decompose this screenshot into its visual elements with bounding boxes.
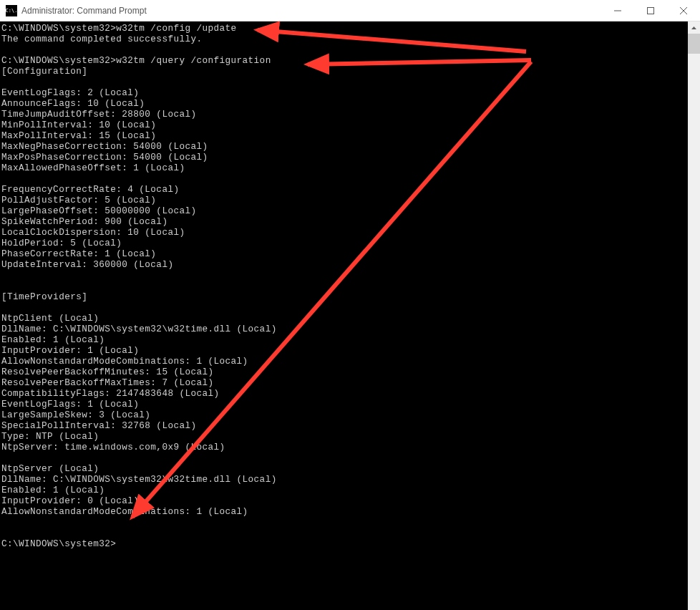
output-line: MaxPollInterval: 15 (Local) bbox=[1, 130, 156, 141]
output-line: MinPollInterval: 10 (Local) bbox=[1, 120, 156, 130]
output-line: MaxPosPhaseCorrection: 54000 (Local) bbox=[1, 152, 208, 163]
output-line: DllName: C:\WINDOWS\system32\w32time.dll… bbox=[1, 474, 277, 485]
output-line: EventLogFlags: 1 (Local) bbox=[1, 399, 139, 410]
window-controls bbox=[601, 0, 700, 21]
svg-rect-1 bbox=[648, 8, 654, 14]
output-line: AnnounceFlags: 10 (Local) bbox=[1, 98, 145, 109]
maximize-button[interactable] bbox=[634, 0, 667, 21]
output-line: MaxNegPhaseCorrection: 54000 (Local) bbox=[1, 141, 208, 152]
svg-marker-4 bbox=[691, 26, 696, 29]
prompt: C:\WINDOWS\system32> bbox=[1, 55, 116, 66]
output-line: Type: NTP (Local) bbox=[1, 431, 99, 442]
minimize-button[interactable] bbox=[601, 0, 634, 21]
prompt: C:\WINDOWS\system32> bbox=[1, 23, 116, 34]
output-line: AllowNonstandardModeCombinations: 1 (Loc… bbox=[1, 356, 248, 367]
close-button[interactable] bbox=[667, 0, 700, 21]
output-line: LargeSampleSkew: 3 (Local) bbox=[1, 410, 150, 420]
output-line: CompatibilityFlags: 2147483648 (Local) bbox=[1, 388, 220, 399]
output-line: LocalClockDispersion: 10 (Local) bbox=[1, 227, 185, 238]
output-line: NtpServer: time.windows.com,0x9 (Local) bbox=[1, 442, 225, 452]
output-line: DllName: C:\WINDOWS\system32\w32time.dll… bbox=[1, 324, 277, 334]
output-line: PollAdjustFactor: 5 (Local) bbox=[1, 195, 156, 205]
output-line: InputProvider: 0 (Local) bbox=[1, 495, 139, 506]
output-line: ResolvePeerBackoffMaxTimes: 7 (Local) bbox=[1, 377, 214, 388]
output-line: HoldPeriod: 5 (Local) bbox=[1, 238, 122, 248]
output-line: NtpServer (Local) bbox=[1, 463, 99, 474]
command-text: w32tm /config /update bbox=[116, 23, 236, 34]
scroll-up-arrow-icon[interactable] bbox=[688, 21, 700, 34]
output-line: MaxAllowedPhaseOffset: 1 (Local) bbox=[1, 163, 185, 173]
section-header: [TimeProviders] bbox=[1, 291, 87, 302]
cmd-icon: C:\. bbox=[6, 5, 17, 16]
output-line: UpdateInterval: 360000 (Local) bbox=[1, 259, 173, 270]
titlebar[interactable]: C:\. Administrator: Command Prompt bbox=[0, 0, 700, 21]
terminal-output[interactable]: C:\WINDOWS\system32>w32tm /config /updat… bbox=[0, 21, 700, 610]
output-line: EventLogFlags: 2 (Local) bbox=[1, 87, 139, 98]
output-line: AllowNonstandardModeCombinations: 1 (Loc… bbox=[1, 506, 248, 517]
output-line: SpikeWatchPeriod: 900 (Local) bbox=[1, 216, 167, 227]
scrollbar-thumb[interactable] bbox=[688, 34, 700, 54]
output-line: SpecialPollInterval: 32768 (Local) bbox=[1, 420, 196, 431]
output-line: NtpClient (Local) bbox=[1, 313, 99, 324]
window-title: Administrator: Command Prompt bbox=[21, 6, 147, 16]
output-line: InputProvider: 1 (Local) bbox=[1, 345, 139, 356]
output-line: PhaseCorrectRate: 1 (Local) bbox=[1, 248, 156, 259]
prompt: C:\WINDOWS\system32> bbox=[1, 538, 116, 549]
section-header: [Configuration] bbox=[1, 66, 87, 77]
output-line: ResolvePeerBackoffMinutes: 15 (Local) bbox=[1, 367, 214, 377]
scrollbar[interactable] bbox=[688, 21, 700, 610]
output-line: FrequencyCorrectRate: 4 (Local) bbox=[1, 184, 179, 195]
command-text: w32tm /query /configuration bbox=[116, 55, 271, 66]
output-line: The command completed successfully. bbox=[1, 34, 202, 44]
output-line: Enabled: 1 (Local) bbox=[1, 485, 104, 495]
output-line: TimeJumpAuditOffset: 28800 (Local) bbox=[1, 109, 196, 120]
output-line: Enabled: 1 (Local) bbox=[1, 334, 104, 345]
output-line: LargePhaseOffset: 50000000 (Local) bbox=[1, 205, 196, 216]
